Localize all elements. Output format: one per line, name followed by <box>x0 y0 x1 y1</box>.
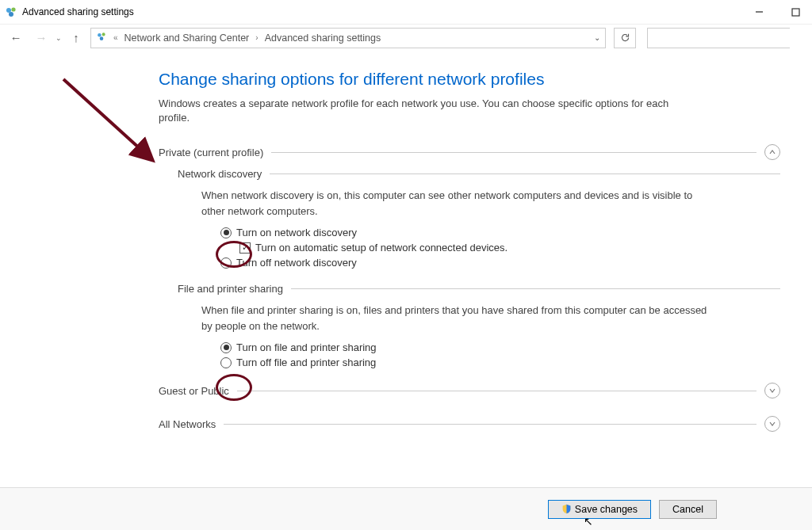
radio-discovery-off[interactable]: Turn off network discovery <box>220 257 780 269</box>
checkbox-icon <box>239 242 251 254</box>
section-label: Private (current profile) <box>159 147 263 158</box>
refresh-button[interactable] <box>614 28 636 48</box>
breadcrumb-item[interactable]: Advanced sharing settings <box>265 32 381 44</box>
svg-point-6 <box>102 32 105 36</box>
svg-point-5 <box>98 33 102 37</box>
section-label: Guest or Public <box>159 385 229 397</box>
expand-icon[interactable] <box>764 416 780 432</box>
search-box[interactable] <box>647 28 790 48</box>
breadcrumb-sep: « <box>113 33 118 42</box>
window-title: Advanced sharing settings <box>22 6 134 17</box>
app-icon <box>5 6 17 18</box>
svg-point-0 <box>6 8 11 13</box>
back-button[interactable]: ← <box>5 28 27 48</box>
nav-bar: ← → ⌄ ↑ « Network and Sharing Center › A… <box>0 24 812 51</box>
up-button[interactable]: ↑ <box>65 28 87 48</box>
cancel-button[interactable]: Cancel <box>659 500 717 519</box>
radio-icon <box>220 342 232 353</box>
svg-point-1 <box>11 7 15 11</box>
address-dropdown[interactable]: ⌄ <box>594 33 600 42</box>
breadcrumb-icon <box>96 31 107 44</box>
history-dropdown[interactable]: ⌄ <box>56 34 62 42</box>
section-private[interactable]: Private (current profile) <box>159 144 780 160</box>
page-intro: Windows creates a separate network profi… <box>159 97 698 125</box>
breadcrumb-item[interactable]: Network and Sharing Center <box>124 32 250 44</box>
radio-discovery-on[interactable]: Turn on network discovery <box>220 227 780 238</box>
section-guest-public[interactable]: Guest or Public <box>159 383 780 398</box>
footer-bar: Save changes Cancel <box>0 487 812 530</box>
radio-icon <box>220 357 232 368</box>
radio-file-on[interactable]: Turn on file and printer sharing <box>220 341 780 353</box>
maximize-button[interactable] <box>788 5 802 19</box>
svg-point-7 <box>100 36 104 40</box>
subsection-file-printer: File and printer sharing <box>178 283 283 295</box>
collapse-icon[interactable] <box>764 144 780 160</box>
minimize-button[interactable] <box>752 5 766 19</box>
forward-button[interactable]: → <box>30 28 52 48</box>
save-changes-button[interactable]: Save changes <box>548 500 651 519</box>
radio-file-off[interactable]: Turn off file and printer sharing <box>220 357 780 368</box>
subsection-network-discovery: Network discovery <box>178 168 262 180</box>
content-area: Change sharing options for different net… <box>0 51 812 432</box>
page-heading: Change sharing options for different net… <box>159 70 780 89</box>
radio-icon <box>220 257 232 269</box>
title-bar: Advanced sharing settings <box>0 0 812 24</box>
section-all-networks[interactable]: All Networks <box>159 416 780 432</box>
network-discovery-desc: When network discovery is on, this compu… <box>201 188 709 219</box>
section-label: All Networks <box>159 418 216 430</box>
shield-icon <box>561 504 572 514</box>
checkbox-auto-setup[interactable]: Turn on automatic setup of network conne… <box>220 242 780 254</box>
file-printer-desc: When file and printer sharing is on, fil… <box>201 303 709 334</box>
radio-icon <box>220 227 232 238</box>
svg-point-2 <box>9 12 13 17</box>
address-bar[interactable]: « Network and Sharing Center › Advanced … <box>90 28 606 48</box>
svg-rect-4 <box>792 9 799 16</box>
breadcrumb-sep: › <box>255 33 258 42</box>
expand-icon[interactable] <box>764 383 780 398</box>
